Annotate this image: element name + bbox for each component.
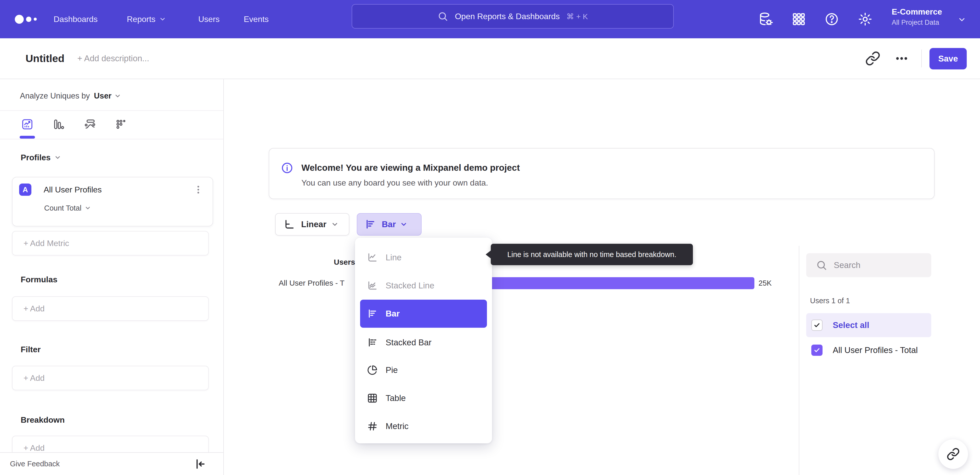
select-all-checkbox[interactable] <box>811 320 822 331</box>
data-management-icon[interactable] <box>758 11 773 27</box>
chart-type-button[interactable]: Bar <box>357 213 422 236</box>
analyze-uniques-row: Analyze Uniques by User <box>20 89 121 103</box>
nav-users-label: Users <box>198 14 220 24</box>
mixpanel-logo[interactable] <box>15 0 37 38</box>
tab-insights[interactable] <box>21 118 33 131</box>
menu-item-bar[interactable]: Bar <box>360 300 487 328</box>
settings-gear-icon[interactable] <box>858 11 873 27</box>
save-button[interactable]: Save <box>929 48 967 69</box>
menu-item-table[interactable]: Table <box>360 386 487 410</box>
apps-grid-icon[interactable] <box>791 11 807 27</box>
metric-letter-badge: A <box>19 183 32 196</box>
add-breakdown-label: + Add <box>24 443 45 453</box>
tooltip-arrow <box>486 250 491 259</box>
line-chart-icon <box>367 252 378 263</box>
query-builder-sidebar: Analyze Uniques by User <box>0 79 224 475</box>
chart-type-menu: Line Stacked Line Bar Stacked Bar Pie Ta… <box>355 238 492 443</box>
active-tab-underline <box>20 136 35 139</box>
global-search-input[interactable]: Open Reports & Dashboards ⌘ + K <box>352 4 674 29</box>
nav-reports[interactable]: Reports <box>127 0 166 38</box>
metric-name[interactable]: All User Profiles <box>44 183 102 196</box>
global-search-placeholder: Open Reports & Dashboards <box>455 12 560 21</box>
filter-section-header: Filter <box>21 344 41 355</box>
search-icon <box>816 260 827 271</box>
top-nav: Dashboards Reports Users Events Open Rep… <box>0 0 980 38</box>
menu-item-pie-label: Pie <box>386 365 398 375</box>
scale-selector-button[interactable]: Linear <box>275 213 349 236</box>
menu-item-bar-label: Bar <box>386 309 400 319</box>
menu-item-pie[interactable]: Pie <box>360 358 487 383</box>
add-formula-label: + Add <box>24 304 45 314</box>
analyze-entity-selector[interactable]: User <box>94 91 121 100</box>
banner-subtitle: You can use any board you see with your … <box>301 177 488 189</box>
nav-events-label: Events <box>244 14 269 24</box>
project-chevron-down-icon[interactable] <box>958 15 966 24</box>
metric-aggregation-value: Count Total <box>44 204 81 212</box>
menu-item-stacked-line[interactable]: Stacked Line <box>360 273 487 298</box>
nav-dashboards[interactable]: Dashboards <box>54 0 98 38</box>
info-icon <box>281 162 293 174</box>
chevron-down-icon <box>84 205 91 211</box>
report-header: Untitled + Add description... Save <box>0 38 980 79</box>
select-all-row[interactable]: Select all <box>806 313 931 337</box>
sidebar-footer: Give Feedback <box>0 452 223 475</box>
series-item-row[interactable]: All User Profiles - Total <box>806 338 931 362</box>
chart-type-label: Bar <box>382 220 396 229</box>
add-filter-button[interactable]: + Add <box>12 366 209 390</box>
pie-chart-icon <box>367 365 378 376</box>
menu-item-stacked-line-label: Stacked Line <box>386 281 434 290</box>
menu-item-stacked-bar[interactable]: Stacked Bar <box>360 330 487 355</box>
breakdown-section-header: Breakdown <box>21 414 65 426</box>
stacked-line-chart-icon <box>367 280 378 291</box>
nav-events[interactable]: Events <box>244 0 269 38</box>
series-search-placeholder: Search <box>834 260 861 270</box>
chevron-down-icon <box>114 92 121 100</box>
more-options-icon[interactable] <box>894 51 910 66</box>
collapse-sidebar-icon[interactable] <box>193 457 206 471</box>
menu-item-line[interactable]: Line <box>360 245 487 270</box>
series-item-label: All User Profiles - Total <box>833 345 918 355</box>
add-formula-button[interactable]: + Add <box>12 296 209 321</box>
menu-item-stacked-bar-label: Stacked Bar <box>386 338 431 347</box>
give-feedback-link[interactable]: Give Feedback <box>10 453 60 475</box>
report-title[interactable]: Untitled <box>25 38 65 79</box>
tab-retention[interactable] <box>115 118 127 131</box>
add-description-field[interactable]: + Add description... <box>77 38 149 79</box>
panel-divider <box>799 246 799 475</box>
add-metric-button[interactable]: + Add Metric <box>12 231 209 255</box>
nav-users[interactable]: Users <box>198 0 220 38</box>
sidebar-divider <box>0 139 223 139</box>
add-filter-label: + Add <box>24 373 45 383</box>
chevron-down-icon <box>159 16 166 23</box>
copy-url-fab[interactable] <box>939 439 968 469</box>
link-icon <box>947 448 960 461</box>
chart-column-users: Users <box>334 256 355 268</box>
stacked-bar-chart-icon <box>367 337 378 348</box>
project-scope: All Project Data <box>892 19 942 27</box>
profiles-label: Profiles <box>21 153 51 163</box>
chevron-down-icon <box>331 220 339 228</box>
series-search-input[interactable]: Search <box>806 253 931 277</box>
tab-funnels[interactable] <box>52 118 65 131</box>
chevron-down-icon <box>54 154 61 161</box>
metric-aggregation-selector[interactable]: Count Total <box>44 202 91 214</box>
metric-kebab-icon[interactable] <box>192 183 204 196</box>
menu-item-metric[interactable]: Metric <box>360 414 487 438</box>
table-icon <box>367 392 378 404</box>
profiles-section-header[interactable]: Profiles <box>21 151 61 163</box>
scale-selector-label: Linear <box>301 220 326 229</box>
chart-bar-value: 25K <box>759 277 772 289</box>
nav-reports-label: Reports <box>127 14 156 24</box>
copy-link-icon[interactable] <box>865 51 880 66</box>
metric-hash-icon <box>367 421 378 432</box>
tab-flows[interactable] <box>84 118 96 131</box>
project-switcher[interactable]: E-Commerce All Project Data <box>892 7 942 27</box>
chevron-down-icon <box>400 220 407 228</box>
series-checkbox[interactable] <box>811 344 822 356</box>
search-icon <box>438 11 448 22</box>
banner-title: Welcome! You are viewing a Mixpanel demo… <box>301 161 520 174</box>
chart-row-label: All User Profiles - T <box>279 277 345 289</box>
nav-dashboards-label: Dashboards <box>54 14 98 24</box>
help-icon[interactable] <box>824 11 839 27</box>
series-count-label: Users 1 of 1 <box>810 295 850 306</box>
